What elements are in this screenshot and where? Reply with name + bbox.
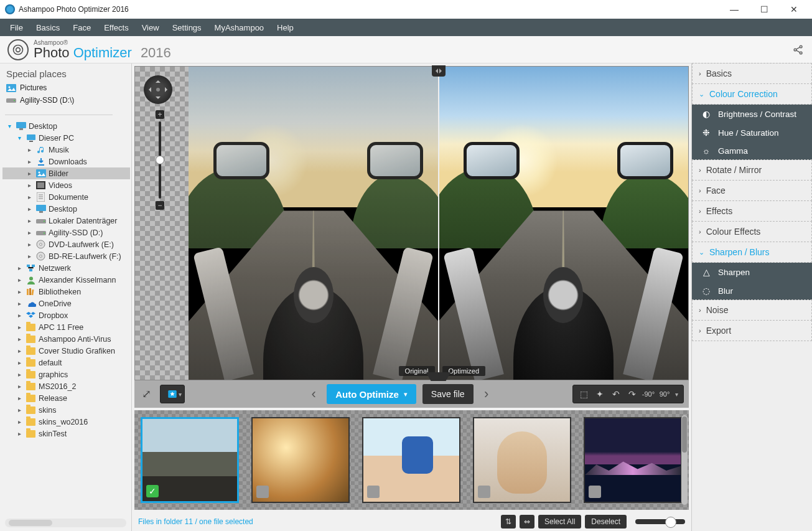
- chevron-right-icon[interactable]: ▸: [26, 194, 33, 200]
- zoom-track[interactable]: [159, 121, 161, 199]
- close-button[interactable]: ✕: [785, 2, 803, 16]
- thumbnail-3[interactable]: [362, 417, 460, 503]
- chevron-right-icon[interactable]: ▸: [26, 205, 33, 212]
- chevron-right-icon[interactable]: ▸: [16, 276, 23, 283]
- chevron-right-icon[interactable]: ▸: [16, 418, 23, 425]
- folder-tree[interactable]: ▾Desktop▾Dieser PC▸Musik▸Downloads▸Bilde…: [0, 115, 131, 516]
- chevron-right-icon[interactable]: ▸: [16, 324, 23, 331]
- panel-section-colour-correction[interactable]: ⌄Colour Correction: [692, 83, 812, 105]
- chevron-right-icon[interactable]: ▸: [16, 430, 23, 437]
- panel-section-sharpen-blurs[interactable]: ⌄Sharpen / Blurs: [692, 242, 812, 263]
- menu-view[interactable]: View: [136, 20, 166, 35]
- tree-item[interactable]: ▸DVD-Laufwerk (E:): [2, 238, 130, 250]
- panel-sub-brightness-contrast[interactable]: ◐Brightness / Contrast: [692, 105, 812, 123]
- zoom-out-button[interactable]: −: [156, 201, 164, 210]
- tree-item[interactable]: ▸Ashampoo Anti-Virus: [2, 333, 130, 345]
- chevron-right-icon[interactable]: ▸: [16, 395, 23, 402]
- thumbnail-1[interactable]: ✓: [141, 417, 239, 503]
- prev-image-button[interactable]: ‹: [307, 386, 320, 402]
- tree-item[interactable]: ▸Downloads: [2, 156, 130, 167]
- horizontal-scrollbar[interactable]: [5, 519, 126, 527]
- chevron-right-icon[interactable]: ▸: [26, 170, 33, 177]
- panel-sub-sharpen[interactable]: △Sharpen: [692, 263, 812, 281]
- panel-section-rotate-mirror[interactable]: ›Rotate / Mirror: [692, 159, 812, 181]
- chevron-right-icon[interactable]: ▸: [16, 347, 23, 354]
- sort-button[interactable]: ⇅: [501, 515, 516, 529]
- tree-item[interactable]: ▸Dokumente: [2, 191, 130, 203]
- tree-item[interactable]: ▸Release: [2, 392, 130, 404]
- chevron-right-icon[interactable]: ▸: [16, 336, 23, 342]
- tree-item[interactable]: ▸Alexander Kisselmann: [2, 274, 130, 286]
- chevron-right-icon[interactable]: ▸: [26, 182, 33, 189]
- chevron-right-icon[interactable]: ▸: [26, 217, 33, 224]
- tree-item[interactable]: ▸Bibliotheken: [2, 286, 130, 298]
- deselect-button[interactable]: Deselect: [585, 515, 627, 529]
- thumbnail-4[interactable]: [473, 417, 571, 503]
- tree-item[interactable]: ▸MS2016_2: [2, 380, 130, 392]
- tree-item[interactable]: ▸Bilder: [2, 167, 130, 179]
- tree-item[interactable]: ▸Lokaler Datenträger: [2, 215, 130, 227]
- minimize-button[interactable]: —: [725, 2, 744, 16]
- chevron-down-icon[interactable]: ▾: [16, 134, 23, 141]
- tree-item[interactable]: ▸Desktop: [2, 203, 130, 215]
- menu-effects[interactable]: Effects: [98, 20, 135, 35]
- chevron-right-icon[interactable]: ▸: [16, 359, 23, 366]
- tree-item[interactable]: ▸OneDrive: [2, 298, 130, 309]
- chevron-right-icon[interactable]: ▸: [26, 253, 33, 260]
- chevron-right-icon[interactable]: ▸: [26, 241, 33, 248]
- menu-basics[interactable]: Basics: [30, 20, 66, 35]
- panel-sub-hue-saturation[interactable]: ❉Hue / Saturation: [692, 123, 812, 142]
- chevron-right-icon[interactable]: ▸: [26, 229, 33, 236]
- share-icon[interactable]: [792, 44, 805, 56]
- fit-width-button[interactable]: ⇔: [520, 515, 534, 529]
- zoom-in-button[interactable]: +: [156, 110, 164, 119]
- tree-item[interactable]: ▸Cover Studio Grafiken: [2, 345, 130, 357]
- selection-tool-icon[interactable]: ⬚: [576, 389, 592, 399]
- panel-section-noise[interactable]: ›Noise: [692, 299, 812, 321]
- redo-icon[interactable]: ↷: [624, 389, 640, 399]
- pan-control[interactable]: [144, 75, 172, 104]
- panel-section-basics[interactable]: ›Basics: [692, 63, 812, 84]
- menu-face[interactable]: Face: [67, 20, 97, 35]
- chevron-right-icon[interactable]: ▸: [16, 265, 23, 271]
- chevron-right-icon[interactable]: ▸: [26, 158, 33, 165]
- tree-item[interactable]: ▾Dieser PC: [2, 132, 130, 144]
- rotate-left-icon[interactable]: -90°: [640, 390, 656, 398]
- magic-tool-icon[interactable]: ✦: [592, 389, 608, 399]
- maximize-button[interactable]: ☐: [755, 2, 773, 16]
- chevron-down-icon[interactable]: ▾: [6, 123, 13, 129]
- chevron-right-icon[interactable]: ▸: [16, 288, 23, 295]
- chevron-right-icon[interactable]: ▸: [16, 312, 23, 319]
- tree-item[interactable]: ▸Netzwerk: [2, 262, 130, 274]
- tree-item[interactable]: ▸skinTest: [2, 428, 130, 439]
- panel-section-effects[interactable]: ›Effects: [692, 200, 812, 222]
- tree-item[interactable]: ▸Agility-SSD (D:): [2, 227, 130, 238]
- chevron-right-icon[interactable]: ▸: [16, 371, 23, 378]
- tree-item[interactable]: ▸Musik: [2, 144, 130, 156]
- panel-section-colour-effects[interactable]: ›Colour Effects: [692, 221, 812, 242]
- tree-item[interactable]: ▸skins: [2, 404, 130, 416]
- tree-item[interactable]: ▸Dropbox: [2, 309, 130, 321]
- auto-optimize-button[interactable]: Auto Optimize: [327, 384, 416, 404]
- chevron-right-icon[interactable]: ▸: [16, 300, 23, 307]
- next-image-button[interactable]: ›: [480, 386, 493, 402]
- favorite-button[interactable]: [160, 385, 185, 403]
- zoom-thumb[interactable]: [156, 156, 164, 164]
- filmstrip-scrollbar[interactable]: [681, 415, 688, 505]
- select-all-button[interactable]: Select All: [538, 515, 581, 529]
- menu-settings[interactable]: Settings: [166, 20, 208, 35]
- undo-icon[interactable]: ↶: [608, 389, 624, 399]
- menu-myashampoo[interactable]: MyAshampoo: [208, 20, 270, 35]
- fullscreen-icon[interactable]: ⤢: [142, 387, 151, 401]
- menu-file[interactable]: File: [4, 20, 29, 35]
- panel-section-export[interactable]: ›Export: [692, 320, 812, 341]
- panel-sub-gamma[interactable]: ☼Gamma: [692, 142, 812, 160]
- split-tab-icon[interactable]: [432, 65, 446, 77]
- thumbnail-2[interactable]: [251, 417, 350, 503]
- tree-item[interactable]: ▸graphics: [2, 369, 130, 380]
- chevron-right-icon[interactable]: ▸: [16, 383, 23, 390]
- tree-item[interactable]: ▸APC 11 Free: [2, 321, 130, 333]
- menu-help[interactable]: Help: [271, 20, 300, 35]
- special-place-item[interactable]: Pictures: [2, 82, 129, 94]
- tree-item[interactable]: ▸Videos: [2, 179, 130, 191]
